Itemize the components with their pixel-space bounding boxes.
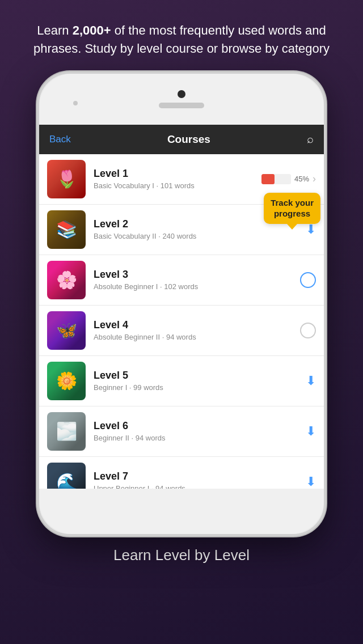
course-title-7: Level 7 xyxy=(94,471,306,482)
nav-title: Courses xyxy=(167,133,210,146)
download-icon-5[interactable]: ⬇ xyxy=(306,374,316,388)
course-item-level-4[interactable]: 🦋 Level 4 Absolute Beginner II · 94 word… xyxy=(39,306,324,356)
track-progress-tooltip: Track yourprogress xyxy=(264,193,320,224)
download-icon-6[interactable]: ⬇ xyxy=(306,424,316,439)
side-button-volume-down xyxy=(37,234,37,266)
course-subtitle-3: Absolute Beginner I · 102 words xyxy=(94,282,300,291)
thumb-icon-4: 🦋 xyxy=(47,311,86,350)
course-action-3 xyxy=(300,272,316,288)
side-button-volume-up xyxy=(37,193,37,226)
phone-screen: Back Courses ⌕ 🌷 Level 1 Basic Vocabular… xyxy=(39,125,324,489)
status-circle-4 xyxy=(300,323,316,338)
course-info-1: Level 1 Basic Vocabulary I · 101 words xyxy=(94,168,261,190)
course-title-3: Level 3 xyxy=(94,269,300,281)
course-item-level-7[interactable]: 🌊 Level 7 Upper Beginner I · 94 words ⬇ xyxy=(39,457,324,489)
thumb-level-1: 🌷 xyxy=(47,160,86,198)
course-action-5: ⬇ xyxy=(306,374,316,388)
course-info-3: Level 3 Absolute Beginner I · 102 words xyxy=(94,269,300,291)
progress-bar-1 xyxy=(261,174,291,184)
phone-dot xyxy=(73,101,78,105)
course-item-level-2[interactable]: 📚 Level 2 Basic Vocabulary II · 240 word… xyxy=(39,205,324,255)
tagline-pre: Learn xyxy=(37,23,72,37)
course-subtitle-2: Basic Vocabulary II · 240 words xyxy=(94,232,306,240)
nav-bar: Back Courses ⌕ xyxy=(39,125,324,154)
course-subtitle-4: Absolute Beginner II · 94 words xyxy=(94,333,300,341)
course-action-1: 45% › xyxy=(261,173,316,185)
thumb-level-5: 🌼 xyxy=(47,362,86,400)
course-title-5: Level 5 xyxy=(94,370,306,382)
progress-wrap-1: 45% xyxy=(261,174,309,184)
course-subtitle-7: Upper Beginner I · 94 words xyxy=(94,484,306,489)
phone-frame: Back Courses ⌕ 🌷 Level 1 Basic Vocabular… xyxy=(37,71,326,536)
course-title-6: Level 6 xyxy=(94,420,306,432)
side-button-power xyxy=(326,198,326,244)
phone-camera xyxy=(178,90,185,98)
bottom-tagline: Learn Level by Level xyxy=(91,536,272,564)
thumb-icon-5: 🌼 xyxy=(47,362,86,400)
thumb-level-6: 🌫️ xyxy=(47,412,86,451)
thumb-icon-7: 🌊 xyxy=(47,463,86,489)
course-list: 🌷 Level 1 Basic Vocabulary I · 101 words… xyxy=(39,154,324,489)
course-info-7: Level 7 Upper Beginner I · 94 words xyxy=(94,471,306,489)
course-action-7: ⬇ xyxy=(306,474,316,489)
thumb-icon-6: 🌫️ xyxy=(47,412,86,451)
download-icon-2[interactable]: ⬇ xyxy=(306,222,316,237)
course-subtitle-6: Beginner II · 94 words xyxy=(94,434,306,442)
course-info-4: Level 4 Absolute Beginner II · 94 words xyxy=(94,319,300,341)
progress-fill-1 xyxy=(261,174,275,184)
thumb-level-2: 📚 xyxy=(47,210,86,249)
course-item-level-5[interactable]: 🌼 Level 5 Beginner I · 99 words ⬇ xyxy=(39,356,324,406)
course-action-4 xyxy=(300,323,316,338)
phone-speaker xyxy=(159,103,204,108)
course-info-6: Level 6 Beginner II · 94 words xyxy=(94,420,306,442)
thumb-level-7: 🌊 xyxy=(47,463,86,489)
course-title-1: Level 1 xyxy=(94,168,261,180)
status-circle-3 xyxy=(300,272,316,288)
search-icon[interactable]: ⌕ xyxy=(307,133,314,146)
download-icon-7[interactable]: ⬇ xyxy=(306,474,316,489)
thumb-icon-3: 🌸 xyxy=(47,261,86,299)
course-action-6: ⬇ xyxy=(306,424,316,439)
chevron-icon-1: › xyxy=(313,173,316,185)
course-subtitle-5: Beginner I · 99 words xyxy=(94,383,306,392)
thumb-icon-1: 🌷 xyxy=(47,160,86,198)
thumb-level-3: 🌸 xyxy=(47,261,86,299)
course-subtitle-1: Basic Vocabulary I · 101 words xyxy=(94,181,261,190)
thumb-icon-2: 📚 xyxy=(47,210,86,249)
course-info-5: Level 5 Beginner I · 99 words xyxy=(94,370,306,392)
side-button-mute xyxy=(37,164,37,185)
thumb-level-4: 🦋 xyxy=(47,311,86,350)
course-item-level-6[interactable]: 🌫️ Level 6 Beginner II · 94 words ⬇ xyxy=(39,406,324,457)
course-item-level-3[interactable]: 🌸 Level 3 Absolute Beginner I · 102 word… xyxy=(39,255,324,306)
back-button[interactable]: Back xyxy=(49,134,71,145)
top-tagline: Learn 2,000+ of the most frequently used… xyxy=(0,0,363,71)
phone-top xyxy=(39,74,324,125)
course-title-4: Level 4 xyxy=(94,319,300,331)
course-action-2: Track yourprogress ⬇ xyxy=(306,222,316,237)
progress-pct-1: 45% xyxy=(294,175,309,183)
phone-bottom xyxy=(39,489,324,534)
tagline-highlight: 2,000+ xyxy=(73,23,111,37)
